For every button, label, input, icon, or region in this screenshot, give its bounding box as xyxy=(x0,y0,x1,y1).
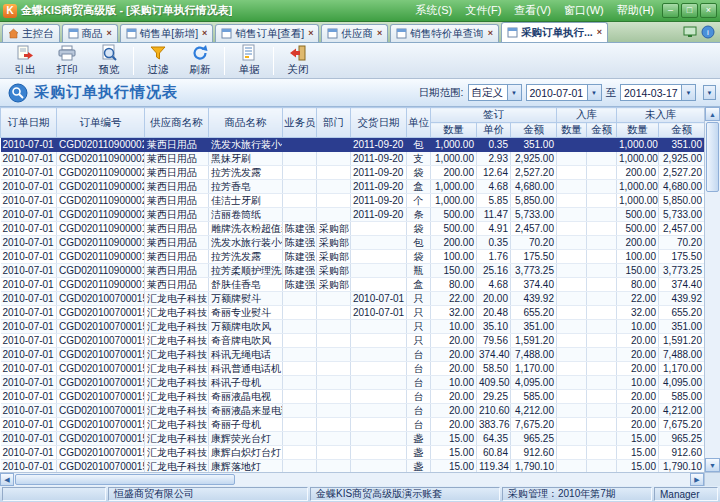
cell-out-qty[interactable]: 32.00 xyxy=(617,306,659,320)
cell-dept[interactable]: 采购部 xyxy=(317,222,351,236)
close-window-button[interactable]: × xyxy=(700,3,717,18)
col-header-salesman[interactable]: 业务员 xyxy=(283,108,317,138)
cell-supplier[interactable]: 莱西日用品 xyxy=(145,180,209,194)
cell-salesman[interactable] xyxy=(283,292,317,306)
cell-order-no[interactable]: CGD020100700015 xyxy=(57,404,145,418)
cell-in-qty[interactable] xyxy=(557,208,587,222)
cell-unit[interactable]: 台 xyxy=(407,404,431,418)
cell-unit[interactable]: 盒 xyxy=(407,278,431,292)
cell-dept[interactable] xyxy=(317,432,351,446)
table-row[interactable]: 2010-07-01CGD020100700015汇龙电子科技奇丽专业熨斗201… xyxy=(1,306,705,320)
col-group-received[interactable]: 入库 xyxy=(557,108,617,123)
cell-amount[interactable]: 351.00 xyxy=(511,320,557,334)
close-tab-icon[interactable]: × xyxy=(487,29,493,38)
cell-price[interactable]: 20.00 xyxy=(477,292,511,306)
cell-in-amount[interactable] xyxy=(587,278,617,292)
col-header-signed-price[interactable]: 单价 xyxy=(477,123,511,138)
cell-order-no[interactable]: CGD020110900002 xyxy=(57,180,145,194)
cell-amount[interactable]: 655.20 xyxy=(511,306,557,320)
cell-amount[interactable]: 351.00 xyxy=(511,138,557,152)
cell-dept[interactable] xyxy=(317,320,351,334)
cell-order-date[interactable]: 2010-07-01 xyxy=(1,376,57,390)
cell-out-qty[interactable]: 200.00 xyxy=(617,236,659,250)
table-row[interactable]: 2010-07-01CGD020100700015汇龙电子科技万额牌电吹风只10… xyxy=(1,320,705,334)
menu-file[interactable]: 文件(F) xyxy=(459,1,507,20)
cell-salesman[interactable] xyxy=(283,432,317,446)
minimize-button[interactable]: – xyxy=(662,3,679,18)
cell-in-amount[interactable] xyxy=(587,250,617,264)
cell-unit[interactable]: 台 xyxy=(407,348,431,362)
cell-supplier[interactable]: 汇龙电子科技 xyxy=(145,320,209,334)
cell-amount[interactable]: 7,675.20 xyxy=(511,418,557,432)
cell-in-amount[interactable] xyxy=(587,320,617,334)
cell-qty[interactable]: 15.00 xyxy=(431,460,477,473)
horizontal-scroll-thumb[interactable] xyxy=(15,474,235,485)
cell-supplier[interactable]: 莱西日用品 xyxy=(145,222,209,236)
cell-amount[interactable]: 1,170.00 xyxy=(511,362,557,376)
table-row[interactable]: 2010-07-01CGD020110900001莱西日用品雕牌洗衣粉超值装陈建… xyxy=(1,222,705,236)
cell-out-qty[interactable]: 1,000.00 xyxy=(617,152,659,166)
table-row[interactable]: 2010-07-01CGD020100700015汇龙电子科技奇丽液晶来显电话机… xyxy=(1,404,705,418)
cell-product[interactable]: 万额牌电吹风 xyxy=(209,320,283,334)
cell-amount[interactable]: 4,680.00 xyxy=(511,180,557,194)
tab-products[interactable]: 商品 × xyxy=(62,24,118,42)
col-header-supplier[interactable]: 供应商名称 xyxy=(145,108,209,138)
cell-out-amount[interactable]: 1,170.00 xyxy=(659,362,705,376)
col-header-received-qty[interactable]: 数量 xyxy=(557,123,587,138)
cell-qty[interactable]: 200.00 xyxy=(431,166,477,180)
cell-salesman[interactable] xyxy=(283,348,317,362)
cell-dept[interactable] xyxy=(317,166,351,180)
cell-order-date[interactable]: 2010-07-01 xyxy=(1,418,57,432)
tab-sales-order-view[interactable]: 销售订单[查看] × xyxy=(215,24,319,42)
cell-delivery-date[interactable] xyxy=(351,390,407,404)
cell-dept[interactable] xyxy=(317,348,351,362)
cell-price[interactable]: 35.10 xyxy=(477,320,511,334)
close-report-button[interactable]: 关闭 xyxy=(277,44,319,78)
cell-out-qty[interactable]: 20.00 xyxy=(617,362,659,376)
cell-product[interactable]: 万额牌熨斗 xyxy=(209,292,283,306)
chevron-down-icon[interactable]: ▼ xyxy=(507,85,521,100)
table-row[interactable]: 2010-07-01CGD020110900002莱西日用品黑妹牙刷2011-0… xyxy=(1,152,705,166)
cell-supplier[interactable]: 汇龙电子科技 xyxy=(145,404,209,418)
cell-out-amount[interactable]: 1,790.10 xyxy=(659,460,705,473)
cell-out-amount[interactable]: 175.50 xyxy=(659,250,705,264)
cell-in-qty[interactable] xyxy=(557,390,587,404)
cell-amount[interactable]: 70.20 xyxy=(511,236,557,250)
cell-supplier[interactable]: 汇龙电子科技 xyxy=(145,376,209,390)
cell-delivery-date[interactable] xyxy=(351,376,407,390)
horizontal-scrollbar[interactable]: ◀ ▶ xyxy=(0,472,720,486)
menu-view[interactable]: 查看(V) xyxy=(508,1,557,20)
cell-unit[interactable]: 只 xyxy=(407,306,431,320)
cell-out-qty[interactable]: 20.00 xyxy=(617,390,659,404)
cell-delivery-date[interactable] xyxy=(351,348,407,362)
cell-product[interactable]: 奇丽专业熨斗 xyxy=(209,306,283,320)
cell-qty[interactable]: 20.00 xyxy=(431,348,477,362)
cell-delivery-date[interactable] xyxy=(351,446,407,460)
cell-order-no[interactable]: CGD020100700015 xyxy=(57,460,145,473)
cell-in-amount[interactable] xyxy=(587,348,617,362)
cell-in-amount[interactable] xyxy=(587,152,617,166)
cell-dept[interactable] xyxy=(317,292,351,306)
table-row[interactable]: 2010-07-01CGD020110900002莱西日用品洗发水旅行装小包20… xyxy=(1,138,705,152)
cell-salesman[interactable] xyxy=(283,334,317,348)
cell-qty[interactable]: 20.00 xyxy=(431,390,477,404)
table-row[interactable]: 2010-07-01CGD020110900002莱西日用品佳洁士牙刷2011-… xyxy=(1,194,705,208)
cell-order-date[interactable]: 2010-07-01 xyxy=(1,292,57,306)
cell-salesman[interactable] xyxy=(283,404,317,418)
cell-out-amount[interactable]: 351.00 xyxy=(659,138,705,152)
cell-product[interactable]: 科讯普通电话机 xyxy=(209,362,283,376)
cell-order-no[interactable]: CGD020110900001 xyxy=(57,278,145,292)
vertical-scroll-thumb[interactable] xyxy=(706,122,719,192)
cell-out-qty[interactable]: 15.00 xyxy=(617,446,659,460)
cell-dept[interactable] xyxy=(317,334,351,348)
cell-out-amount[interactable]: 7,488.00 xyxy=(659,348,705,362)
cell-order-date[interactable]: 2010-07-01 xyxy=(1,306,57,320)
cell-order-no[interactable]: CGD020110900001 xyxy=(57,236,145,250)
cell-amount[interactable]: 5,733.00 xyxy=(511,208,557,222)
cell-out-amount[interactable]: 374.40 xyxy=(659,278,705,292)
cell-order-no[interactable]: CGD020100700015 xyxy=(57,418,145,432)
cell-dept[interactable] xyxy=(317,376,351,390)
cell-order-date[interactable]: 2010-07-01 xyxy=(1,236,57,250)
cell-in-amount[interactable] xyxy=(587,292,617,306)
cell-unit[interactable]: 盏 xyxy=(407,432,431,446)
